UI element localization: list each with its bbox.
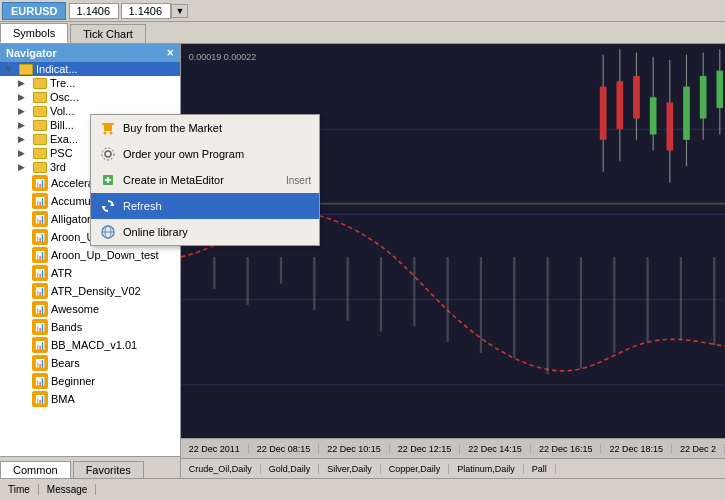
menu-refresh[interactable]: Refresh [91,193,319,219]
folder-vol [33,106,47,117]
expand-icon-psc: ▶ [18,148,32,158]
expand-icon-osc: ▶ [18,92,32,102]
folder-3rd [33,162,47,173]
status-time: Time [0,484,39,495]
navigator-title: Navigator [6,47,57,59]
tree-bears[interactable]: 📊 Bears [0,354,180,372]
tab-symbols[interactable]: Symbols [0,23,68,43]
bma-label: BMA [51,393,75,405]
menu-create-editor[interactable]: Create in MetaEditor Insert [91,167,319,193]
expand-icon-ex: ▶ [18,134,32,144]
indicator-icon-atr-d: 📊 [32,283,48,299]
refresh-icon [99,197,117,215]
menu-online-lib[interactable]: Online library [91,219,319,245]
price-dropdown[interactable]: ▼ [171,4,188,18]
cart-icon [99,119,117,137]
price-value-label: 0.00019 0.00022 [189,52,257,62]
tree-trend[interactable]: ▶ Tre... [0,76,180,90]
chart-right: 0.00019 0.00022 [181,44,725,478]
aroon-t-label: Aroon_Up_Down_test [51,249,159,261]
status-bar: Time Message [0,478,725,500]
svg-point-2 [104,132,107,135]
menu-refresh-label: Refresh [123,200,162,212]
indicator-icon-bands: 📊 [32,319,48,335]
indicator-icon-acc: 📊 [32,175,48,191]
tree-bb-macd[interactable]: 📊 BB_MACD_v1.01 [0,336,180,354]
indicator-icon-beg: 📊 [32,373,48,389]
symbol-badge: EURUSD [2,2,66,20]
bill-label: Bill... [50,119,74,131]
indicator-icon-bb: 📊 [32,337,48,353]
folder-osc [33,92,47,103]
context-menu: Buy from the Market Order your own Progr… [90,114,320,246]
trend-label: Tre... [50,77,75,89]
indicators-label: Indicat... [36,63,78,75]
tab-tick-chart[interactable]: Tick Chart [70,24,146,43]
timeline-3: 22 Dec 12:15 [390,444,461,454]
indicator-icon-bma: 📊 [32,391,48,407]
timeline-1: 22 Dec 08:15 [249,444,320,454]
awesome-label: Awesome [51,303,99,315]
expand-icon-3rd: ▶ [18,162,32,172]
timeline-2: 22 Dec 10:15 [319,444,390,454]
navigator-close[interactable]: × [167,46,174,60]
svg-rect-29 [633,76,640,119]
svg-rect-30 [649,97,656,134]
menu-create-label: Create in MetaEditor [123,174,224,186]
navigator-header: Navigator × [0,44,180,62]
svg-rect-0 [102,123,114,125]
plus-green-icon [99,171,117,189]
tree-atr-density[interactable]: 📊 ATR_Density_V02 [0,282,180,300]
main-tabs: Symbols Tick Chart [0,22,725,44]
tree-osc[interactable]: ▶ Osc... [0,90,180,104]
folder-bill [33,120,47,131]
svg-rect-32 [683,87,690,140]
menu-order-program[interactable]: Order your own Program [91,141,319,167]
timeline-4: 22 Dec 14:15 [460,444,531,454]
folder-ex [33,134,47,145]
svg-rect-33 [699,76,706,119]
folder-psc [33,148,47,159]
menu-buy-market[interactable]: Buy from the Market [91,115,319,141]
svg-point-4 [105,151,111,157]
tab-favorites[interactable]: Favorites [73,461,144,478]
navigator-panel: Navigator × ▼ Indicat... ▶ Tre... ▶ Osc.… [0,44,181,478]
tree-bands[interactable]: 📊 Bands [0,318,180,336]
timeline-6: 22 Dec 18:15 [601,444,672,454]
gear-menu-icon [99,145,117,163]
psc-label: PSC [50,147,73,159]
expand-icon-vol: ▶ [18,106,32,116]
svg-rect-8 [105,179,111,181]
tree-atr[interactable]: 📊 ATR [0,264,180,282]
tree-awesome[interactable]: 📊 Awesome [0,300,180,318]
tree-bma[interactable]: 📊 BMA [0,390,180,408]
indicator-icon-allig: 📊 [32,211,48,227]
svg-rect-28 [616,81,623,129]
folder-trend [33,78,47,89]
price-val-1: 1.1406 [69,3,119,19]
bb-label: BB_MACD_v1.01 [51,339,137,351]
allig-label: Alligator [51,213,91,225]
indicator-icon-bears: 📊 [32,355,48,371]
svg-point-3 [110,132,113,135]
3rd-label: 3rd [50,161,66,173]
ex-label: Exa... [50,133,78,145]
market-pall: Pall [524,464,556,474]
navigator-bottom-tabs: Common Favorites [0,456,180,478]
tree-beginner[interactable]: 📊 Beginner [0,372,180,390]
tab-common[interactable]: Common [0,461,71,478]
timeline-5: 22 Dec 16:15 [531,444,602,454]
svg-rect-34 [716,71,723,108]
expand-icon: ▼ [4,64,18,74]
timeline-7: 22 Dec 2 [672,444,725,454]
market-platinum: Platinum,Daily [449,464,524,474]
tree-aroon-up-down-test[interactable]: 📊 Aroon_Up_Down_test [0,246,180,264]
indicator-icon-atr: 📊 [32,265,48,281]
beg-label: Beginner [51,375,95,387]
indicator-icon-aroon: 📊 [32,229,48,245]
indicator-icon-awesome: 📊 [32,301,48,317]
svg-rect-27 [599,87,606,140]
tree-indicators-header[interactable]: ▼ Indicat... [0,62,180,76]
svg-rect-1 [104,125,112,131]
market-copper: Copper,Daily [381,464,450,474]
